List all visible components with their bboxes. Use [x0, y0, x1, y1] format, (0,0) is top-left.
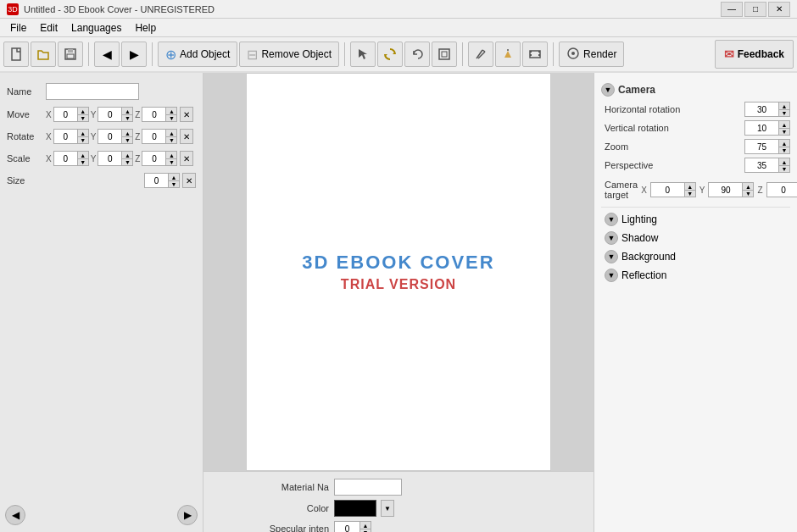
rotate-z-arrows[interactable]: ▲▼	[165, 129, 177, 144]
v-rotation-spinbox[interactable]: ▲▼	[687, 120, 790, 136]
size-arrows[interactable]: ▲▼	[168, 173, 180, 188]
specular-intensity-input[interactable]	[334, 521, 359, 532]
menu-file[interactable]: File	[3, 20, 33, 36]
size-spinbox[interactable]: ▲▼	[144, 173, 180, 188]
new-button[interactable]	[3, 42, 29, 67]
rotate-x-up[interactable]: ▲	[77, 129, 89, 136]
rotate-y-arrows[interactable]: ▲▼	[121, 129, 133, 144]
move-x-spinbox[interactable]: ▲▼	[53, 107, 89, 122]
rotate-x-spinbox[interactable]: ▲▼	[53, 129, 89, 144]
ct-y-spinbox[interactable]: ▲▼	[708, 182, 754, 197]
scale-y-up[interactable]: ▲	[121, 151, 133, 158]
zoom-input[interactable]	[744, 139, 778, 154]
menu-help[interactable]: Help	[128, 20, 163, 36]
v-rot-up[interactable]: ▲	[778, 120, 790, 128]
color-dropdown[interactable]: ▼	[381, 500, 394, 517]
move-x-input[interactable]	[53, 107, 77, 122]
render-button[interactable]: Render	[559, 42, 624, 67]
pen-tool[interactable]	[468, 42, 493, 67]
move-z-arrows[interactable]: ▲▼	[165, 107, 177, 122]
scale-x-input[interactable]	[53, 151, 77, 166]
background-toggle[interactable]: ▼	[605, 250, 618, 263]
save-button[interactable]	[58, 42, 83, 67]
rotate-z-input[interactable]	[142, 129, 165, 144]
scale-y-arrows[interactable]: ▲▼	[121, 151, 133, 166]
menu-edit[interactable]: Edit	[33, 20, 64, 36]
move-x-up[interactable]: ▲	[77, 107, 89, 114]
reflection-header[interactable]: ▼ Reflection	[601, 267, 790, 284]
maximize-button[interactable]: □	[744, 2, 766, 17]
v-rotation-arrows[interactable]: ▲▼	[778, 120, 790, 136]
open-button[interactable]	[31, 42, 56, 67]
material-name-input[interactable]	[334, 479, 402, 496]
shadow-header[interactable]: ▼ Shadow	[601, 230, 790, 247]
scale-z-spinbox[interactable]: ▲▼	[142, 151, 177, 166]
specular-intensity-spinbox[interactable]: ▲▼	[334, 521, 371, 532]
move-z-spinbox[interactable]: ▲▼	[142, 107, 177, 122]
move-y-input[interactable]	[98, 107, 121, 122]
rotate-x-input[interactable]	[53, 129, 77, 144]
move-y-arrows[interactable]: ▲▼	[121, 107, 133, 122]
rotate-x-button[interactable]: ✕	[180, 129, 193, 144]
move-z-input[interactable]	[142, 107, 165, 122]
specular-intensity-arrows[interactable]: ▲▼	[359, 521, 371, 532]
ct-z-input[interactable]	[766, 182, 797, 197]
rotate-y-down[interactable]: ▼	[121, 136, 133, 144]
menu-languages[interactable]: Languages	[64, 20, 128, 36]
perspective-arrows[interactable]: ▲▼	[778, 158, 790, 173]
name-input[interactable]	[46, 83, 139, 100]
scale-z-down[interactable]: ▼	[165, 158, 177, 166]
scale-z-input[interactable]	[142, 151, 165, 166]
move-y-spinbox[interactable]: ▲▼	[98, 107, 133, 122]
close-button[interactable]: ✕	[768, 2, 790, 17]
scale-x-button[interactable]: ✕	[180, 151, 193, 166]
move-z-up[interactable]: ▲	[165, 107, 177, 114]
undo-tool[interactable]	[404, 42, 430, 67]
h-rot-up[interactable]: ▲	[778, 102, 790, 109]
minimize-button[interactable]: —	[721, 2, 743, 17]
scale-x-arrows[interactable]: ▲▼	[77, 151, 89, 166]
left-nav-left-arrow[interactable]: ◀	[5, 505, 25, 525]
cty-up[interactable]: ▲	[742, 182, 754, 190]
shadow-toggle[interactable]: ▼	[605, 231, 618, 245]
camera-toggle[interactable]: ▼	[601, 83, 615, 97]
feedback-button[interactable]: ✉ Feedback	[715, 40, 794, 69]
move-x-arrows[interactable]: ▲▼	[77, 107, 89, 122]
h-rotation-arrows[interactable]: ▲▼	[778, 102, 790, 117]
frame-tool[interactable]	[432, 42, 457, 67]
background-header[interactable]: ▼ Background	[601, 248, 790, 265]
persp-up[interactable]: ▲	[778, 158, 790, 165]
size-input[interactable]	[144, 173, 168, 188]
paint-tool[interactable]	[495, 42, 521, 67]
h-rotation-spinbox[interactable]: ▲▼	[687, 102, 790, 117]
remove-object-button[interactable]: ⊟ Remove Object	[239, 42, 339, 67]
scale-z-up[interactable]: ▲	[165, 151, 177, 158]
rotate-z-spinbox[interactable]: ▲▼	[142, 129, 177, 144]
select-tool[interactable]	[350, 42, 376, 67]
v-rotation-input[interactable]	[744, 120, 778, 136]
scale-x-up[interactable]: ▲	[77, 151, 89, 158]
scale-y-input[interactable]	[98, 151, 121, 166]
zoom-arrows[interactable]: ▲▼	[778, 139, 790, 154]
size-down[interactable]: ▼	[168, 180, 180, 188]
v-rot-down[interactable]: ▼	[778, 128, 790, 136]
ct-x-input[interactable]	[650, 182, 684, 197]
ct-y-arrows[interactable]: ▲▼	[742, 182, 754, 197]
ct-z-spinbox[interactable]: ▲▼	[766, 182, 797, 197]
spec-int-down[interactable]: ▼	[359, 529, 371, 532]
zoom-up[interactable]: ▲	[778, 139, 790, 147]
ct-x-spinbox[interactable]: ▲▼	[650, 182, 696, 197]
move-x-button[interactable]: ✕	[180, 107, 193, 122]
cty-down[interactable]: ▼	[742, 190, 754, 197]
color-swatch[interactable]	[334, 500, 376, 517]
rotate-y-spinbox[interactable]: ▲▼	[98, 129, 133, 144]
lighting-toggle[interactable]: ▼	[605, 213, 618, 226]
left-nav-right-arrow[interactable]: ▶	[177, 505, 198, 525]
reflection-toggle[interactable]: ▼	[605, 269, 618, 282]
size-x-button[interactable]: ✕	[182, 173, 196, 188]
scale-x-down[interactable]: ▼	[77, 158, 89, 166]
move-x-down[interactable]: ▼	[77, 114, 89, 122]
ctx-down[interactable]: ▼	[684, 190, 696, 197]
titlebar-controls[interactable]: — □ ✕	[721, 2, 790, 17]
zoom-down[interactable]: ▼	[778, 147, 790, 154]
